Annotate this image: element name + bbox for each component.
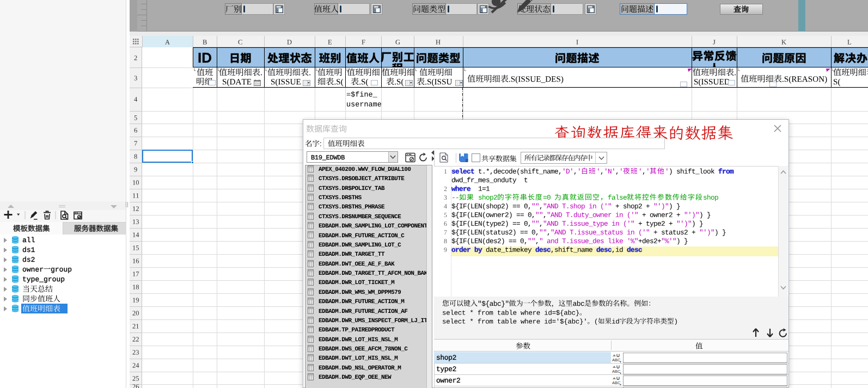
svg-text:ABC: ABC bbox=[612, 358, 621, 362]
svg-text:ABC: ABC bbox=[612, 380, 621, 385]
svg-text:ABC: ABC bbox=[612, 369, 621, 374]
